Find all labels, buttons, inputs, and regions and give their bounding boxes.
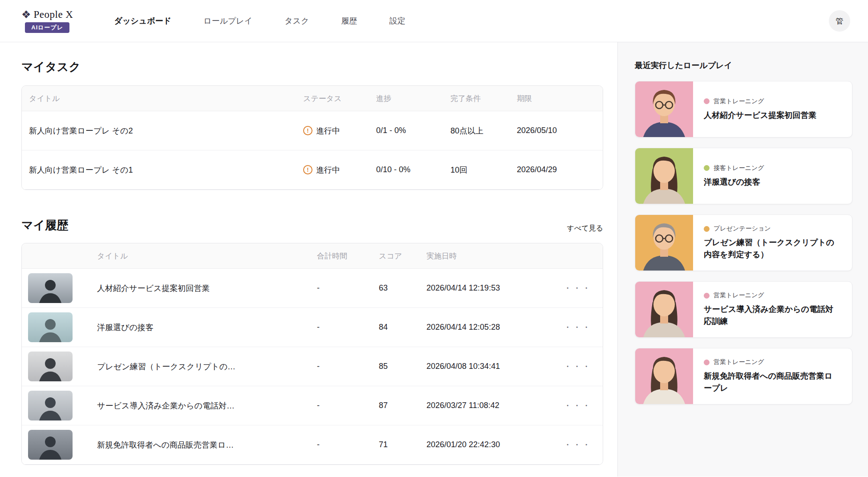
col-title: タイトル bbox=[97, 251, 317, 261]
history-title: 人材紹介サービス提案初回営業 bbox=[97, 283, 317, 294]
roleplay-card[interactable]: 営業トレーニング サービス導入済み企業からの電話対応訓練 bbox=[635, 281, 852, 338]
col-status: ステータス bbox=[303, 93, 376, 104]
row-menu-button[interactable]: ・・・ bbox=[551, 283, 603, 294]
roleplay-category: 接客トレーニング bbox=[714, 164, 764, 172]
history-row[interactable]: 洋服選びの接客 - 84 2026/04/14 12:05:28 ・・・ bbox=[22, 308, 603, 347]
history-thumb-cell bbox=[22, 391, 97, 420]
task-progress: 0/1 - 0% bbox=[376, 126, 450, 135]
character-avatar-icon bbox=[635, 215, 693, 271]
row-menu-button[interactable]: ・・・ bbox=[551, 400, 603, 412]
nav-item[interactable]: ロールプレイ bbox=[203, 16, 252, 26]
history-row[interactable]: 新規免許取得者への商品販売営業ロ… - 71 2026/01/20 22:42:… bbox=[22, 425, 603, 465]
task-row[interactable]: 新人向け営業ロープレ その1 ! 進行中 0/10 - 0% 10回 2026/… bbox=[22, 150, 603, 190]
history-total-time: - bbox=[317, 283, 379, 293]
roleplay-card[interactable]: 接客トレーニング 洋服選びの接客 bbox=[635, 148, 852, 204]
layout: マイタスク タイトル ステータス 進捗 完了条件 期限 新人向け営業ロープレ そ… bbox=[0, 42, 868, 477]
roleplay-card-body: 営業トレーニング サービス導入済み企業からの電話対応訓練 bbox=[693, 282, 852, 337]
history-thumbnail bbox=[28, 430, 73, 460]
main-content: マイタスク タイトル ステータス 進捗 完了条件 期限 新人向け営業ロープレ そ… bbox=[0, 42, 617, 477]
roleplay-avatar bbox=[635, 81, 693, 137]
history-row[interactable]: プレゼン練習（トークスクリプトの… - 85 2026/04/08 10:34:… bbox=[22, 347, 603, 386]
roleplay-title: 人材紹介サービス提案初回営業 bbox=[704, 109, 840, 121]
roleplay-card-body: 営業トレーニング 新規免許取得者への商品販売営業ロープレ bbox=[693, 348, 852, 404]
in-progress-icon: ! bbox=[303, 165, 312, 174]
history-row[interactable]: 人材紹介サービス提案初回営業 - 63 2026/04/14 12:19:53 … bbox=[22, 269, 603, 308]
roleplay-title: 新規免許取得者への商品販売営業ロープレ bbox=[704, 370, 840, 394]
task-title: 新人向け営業ロープレ その2 bbox=[22, 125, 303, 136]
history-score: 87 bbox=[379, 401, 426, 410]
in-progress-icon: ! bbox=[303, 126, 312, 135]
nav-item[interactable]: タスク bbox=[284, 16, 309, 26]
view-all-link[interactable]: すべて見る bbox=[567, 224, 604, 233]
roleplay-category: 営業トレーニング bbox=[714, 97, 764, 105]
nav-item[interactable]: ダッシュボード bbox=[114, 16, 171, 26]
my-tasks-title: マイタスク bbox=[21, 59, 603, 75]
brand-logo[interactable]: ❖ People X AIロープレ bbox=[21, 9, 73, 33]
history-thumb-cell bbox=[22, 352, 97, 381]
dashboard-page: ❖ People X AIロープレ ダッシュボード ロールプレイ タスク 履歴 … bbox=[0, 0, 868, 477]
row-menu-button[interactable]: ・・・ bbox=[551, 439, 603, 451]
history-score: 71 bbox=[379, 440, 426, 449]
roleplay-avatar bbox=[635, 215, 693, 271]
history-title: 洋服選びの接客 bbox=[97, 322, 317, 333]
task-status: ! 進行中 bbox=[303, 125, 376, 136]
person-silhouette-icon bbox=[28, 312, 73, 342]
history-date: 2026/03/27 11:08:42 bbox=[426, 401, 551, 410]
roleplay-category: 営業トレーニング bbox=[714, 291, 764, 299]
col-title: タイトル bbox=[22, 93, 303, 104]
col-date: 実施日時 bbox=[426, 251, 551, 261]
col-progress: 進捗 bbox=[376, 93, 450, 104]
task-status-label: 進行中 bbox=[316, 125, 340, 136]
character-avatar-icon bbox=[635, 81, 693, 137]
brand-logo-row: ❖ People X bbox=[21, 9, 73, 20]
col-deadline: 期限 bbox=[517, 93, 603, 104]
roleplay-card-body: プレゼンテーション プレゼン練習（トークスクリプトの内容を判定する） bbox=[693, 215, 852, 271]
my-history-header-row: タイトル 合計時間 スコア 実施日時 bbox=[22, 243, 603, 269]
my-tasks-table: タイトル ステータス 進捗 完了条件 期限 新人向け営業ロープレ その2 ! 進… bbox=[21, 85, 603, 190]
person-silhouette-icon bbox=[28, 430, 73, 460]
my-tasks-header-row: タイトル ステータス 進捗 完了条件 期限 bbox=[22, 86, 603, 111]
roleplay-category: プレゼンテーション bbox=[714, 225, 771, 233]
roleplay-card[interactable]: 営業トレーニング 新規免許取得者への商品販売営業ロープレ bbox=[635, 348, 852, 404]
roleplay-avatar bbox=[635, 348, 693, 404]
brand-badge: AIロープレ bbox=[25, 22, 69, 33]
history-title: 新規免許取得者への商品販売営業ロ… bbox=[97, 440, 317, 450]
nav-item[interactable]: 設定 bbox=[389, 16, 405, 26]
roleplay-title: サービス導入済み企業からの電話対応訓練 bbox=[704, 303, 840, 327]
col-total-time: 合計時間 bbox=[317, 251, 379, 261]
brand-name: People X bbox=[34, 9, 73, 20]
history-thumb-cell bbox=[22, 430, 97, 460]
category-dot-icon bbox=[704, 165, 710, 171]
history-score: 63 bbox=[379, 283, 426, 293]
row-menu-button[interactable]: ・・・ bbox=[551, 361, 603, 372]
history-thumbnail bbox=[28, 352, 73, 381]
roleplay-category-row: 接客トレーニング bbox=[704, 164, 840, 172]
task-row[interactable]: 新人向け営業ロープレ その2 ! 進行中 0/1 - 0% 80点以上 2026… bbox=[22, 111, 603, 150]
nav-item[interactable]: 履歴 bbox=[341, 16, 357, 26]
task-condition: 10回 bbox=[450, 165, 517, 175]
history-thumbnail bbox=[28, 273, 73, 303]
col-score: スコア bbox=[379, 251, 426, 261]
history-date: 2026/04/14 12:19:53 bbox=[426, 283, 551, 293]
category-dot-icon bbox=[704, 360, 710, 365]
recent-roleplays-sidebar: 最近実行したロールプレイ bbox=[617, 42, 868, 477]
category-dot-icon bbox=[704, 293, 710, 299]
history-thumbnail bbox=[28, 312, 73, 342]
roleplay-title: プレゼン練習（トークスクリプトの内容を判定する） bbox=[704, 237, 840, 261]
task-progress: 0/10 - 0% bbox=[376, 165, 450, 174]
roleplay-card[interactable]: 営業トレーニング 人材紹介サービス提案初回営業 bbox=[635, 81, 852, 137]
history-row[interactable]: サービス導入済み企業からの電話対… - 87 2026/03/27 11:08:… bbox=[22, 386, 603, 425]
history-total-time: - bbox=[317, 401, 379, 410]
task-deadline: 2026/04/29 bbox=[517, 165, 603, 174]
row-menu-button[interactable]: ・・・ bbox=[551, 322, 603, 333]
my-history-table: タイトル 合計時間 スコア 実施日時 bbox=[21, 243, 603, 465]
recent-roleplays-title: 最近実行したロールプレイ bbox=[635, 60, 852, 71]
task-status: ! 進行中 bbox=[303, 165, 376, 175]
roleplay-card[interactable]: プレゼンテーション プレゼン練習（トークスクリプトの内容を判定する） bbox=[635, 214, 852, 271]
my-history-title: マイ履歴 bbox=[21, 218, 68, 233]
brand-diamond-icon: ❖ bbox=[21, 9, 31, 20]
history-total-time: - bbox=[317, 323, 379, 332]
character-avatar-icon bbox=[635, 348, 693, 404]
user-avatar[interactable]: 管 bbox=[829, 10, 850, 32]
task-status-label: 進行中 bbox=[316, 165, 340, 175]
